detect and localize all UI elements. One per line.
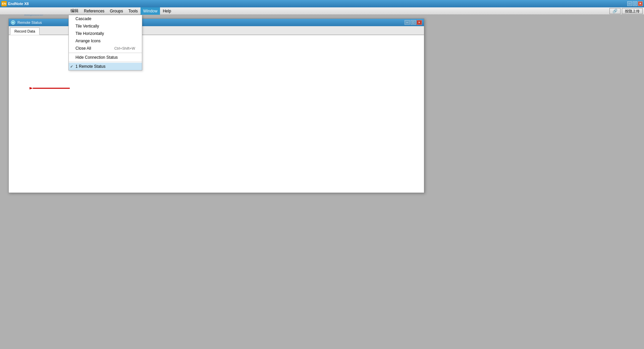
menu-bar: 编辑 References Groups Tools Window Help 🔗… xyxy=(0,7,644,15)
close-all-shortcut: Ctrl+Shift+W xyxy=(114,46,135,50)
menu-help[interactable]: Help xyxy=(160,7,174,15)
menu-tile-vertically[interactable]: Tile Vertically xyxy=(69,22,142,30)
menu-window[interactable]: Window xyxy=(141,7,160,15)
menu-references[interactable]: References xyxy=(81,7,107,15)
menu-arrange-icons[interactable]: Arrange Icons xyxy=(69,37,142,45)
title-bar-controls: ─ □ ✕ xyxy=(627,1,643,6)
app-icon: EN xyxy=(1,1,7,6)
menu-hide-connection[interactable]: Hide Connection Status xyxy=(69,54,142,61)
menu-tools[interactable]: Tools xyxy=(126,7,141,15)
menu-remote-status[interactable]: ✓ 1 Remote Status xyxy=(69,63,142,70)
remote-status-check: ✓ xyxy=(70,64,75,69)
separator-2 xyxy=(69,62,142,62)
close-button[interactable]: ✕ xyxy=(638,1,643,6)
upload-label: 按隐上传 xyxy=(625,9,640,14)
window-dropdown-menu: Cascade Tile Vertically Tile Horizontall… xyxy=(68,15,142,70)
top-right-area: 🔗 按隐上传 xyxy=(609,8,643,14)
menu-cascade[interactable]: Cascade xyxy=(69,15,142,22)
title-bar: EN EndNote X8 ─ □ ✕ xyxy=(0,0,644,7)
inner-maximize-button[interactable]: □ xyxy=(411,20,416,25)
red-arrow-indicator xyxy=(30,85,70,92)
inner-window-icon: R xyxy=(11,20,15,25)
menu-close-all[interactable]: Close All Ctrl+Shift+W xyxy=(69,45,142,52)
svg-text:R: R xyxy=(12,21,14,24)
menu-tile-horizontally[interactable]: Tile Horizontally xyxy=(69,30,142,37)
upload-button[interactable]: 按隐上传 xyxy=(622,8,643,14)
inner-close-button[interactable]: ✕ xyxy=(417,20,422,25)
inner-title-controls: ─ □ ✕ xyxy=(405,20,422,25)
connect-button[interactable]: 🔗 xyxy=(609,8,621,14)
app-title: EndNote X8 xyxy=(8,2,627,6)
maximize-button[interactable]: □ xyxy=(633,1,637,6)
tab-record-data[interactable]: Record Data xyxy=(10,28,40,35)
separator-1 xyxy=(69,53,142,53)
inner-minimize-button[interactable]: ─ xyxy=(405,20,410,25)
menu-edit[interactable]: 编辑 xyxy=(68,7,81,15)
menu-groups[interactable]: Groups xyxy=(107,7,125,15)
connect-icon: 🔗 xyxy=(612,9,618,13)
minimize-button[interactable]: ─ xyxy=(627,1,632,6)
